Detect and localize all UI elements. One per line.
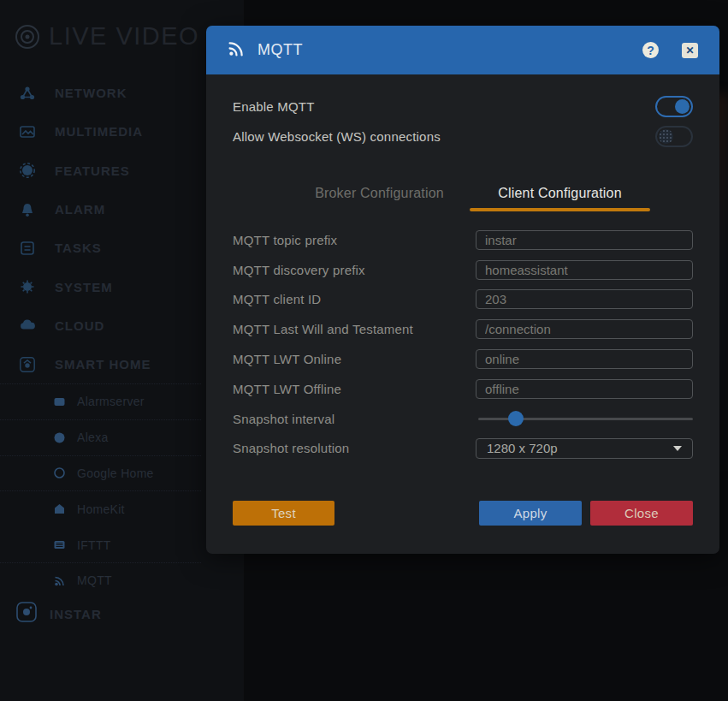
tab-client-configuration[interactable]: Client Configuration (470, 176, 650, 211)
field-row-discovery-prefix: MQTT discovery prefix (233, 255, 693, 285)
ifttt-icon (53, 538, 66, 551)
sidebar-item-instar[interactable]: INSTAR (0, 597, 259, 630)
field-row-snapshot-resolution: Snapshot resolution 1280 x 720p (233, 434, 693, 464)
smart-home-icon (19, 356, 36, 373)
snapshot-interval-slider[interactable] (478, 410, 693, 427)
field-row-lwt-online: MQTT LWT Online (233, 344, 693, 374)
toggle-knob (659, 129, 673, 144)
field-row-client-id: MQTT client ID (233, 285, 693, 315)
snapshot-resolution-select[interactable]: 1280 x 720p (476, 438, 693, 459)
sidebar-subitem-google-home[interactable]: Google Home (0, 455, 201, 491)
dialog-actions: Test Apply Close (233, 501, 693, 526)
alarmserver-icon (53, 395, 66, 408)
configuration-tabs: Broker Configuration Client Configuratio… (289, 176, 650, 211)
system-icon (19, 278, 36, 295)
mqtt-dialog: MQTT ? ✕ Enable MQTT Allow Websocket (WS… (206, 26, 719, 554)
google-home-icon (53, 466, 66, 479)
field-row-snapshot-interval: Snapshot interval (233, 404, 693, 434)
sidebar-subitem-alexa[interactable]: Alexa (0, 419, 201, 455)
app-window: LIVE VIDEO NETWORK MULTIMEDIA FEATURES (0, 0, 728, 701)
enable-mqtt-toggle[interactable] (655, 96, 693, 117)
sidebar-subitem-ifttt[interactable]: IFTTT (0, 526, 201, 562)
sidebar-subitem-mqtt[interactable]: MQTT (0, 562, 201, 598)
chevron-down-icon (673, 446, 682, 451)
mqtt-icon (53, 574, 66, 587)
close-dialog-button[interactable]: ✕ (682, 43, 698, 58)
mqtt-lwt-offline-input[interactable] (476, 379, 693, 399)
dialog-header: MQTT ? ✕ (206, 26, 719, 74)
enable-mqtt-label: Enable MQTT (233, 99, 315, 114)
mqtt-topic-prefix-input[interactable] (476, 230, 693, 250)
sidebar-subitem-alarmserver[interactable]: Alarmserver (0, 383, 201, 419)
selected-resolution: 1280 x 720p (487, 441, 558, 455)
field-row-last-will: MQTT Last Will and Testament (233, 314, 693, 344)
cloud-icon (19, 317, 36, 334)
help-button[interactable]: ? (642, 42, 659, 58)
homekit-icon (53, 502, 66, 515)
camera-lens-icon (14, 23, 41, 50)
close-button[interactable]: Close (590, 501, 693, 526)
enable-mqtt-row: Enable MQTT (233, 92, 693, 122)
instar-icon (15, 601, 38, 627)
features-icon (19, 162, 36, 179)
active-tab-indicator (470, 208, 650, 211)
dialog-title: MQTT (257, 41, 303, 59)
brand-title: LIVE VIDEO (49, 22, 199, 50)
websocket-toggle[interactable] (655, 126, 693, 147)
mqtt-lwt-online-input[interactable] (476, 349, 693, 369)
tab-broker-configuration[interactable]: Broker Configuration (289, 176, 470, 211)
field-row-lwt-offline: MQTT LWT Offline (233, 374, 693, 404)
dialog-body: Enable MQTT Allow Websocket (WS) connect… (206, 74, 719, 526)
multimedia-icon (19, 123, 36, 140)
tasks-icon (19, 240, 36, 257)
slider-knob[interactable] (508, 411, 524, 426)
dialog-header-actions: ? ✕ (642, 42, 698, 58)
live-video-header[interactable]: LIVE VIDEO (14, 22, 199, 50)
mqtt-broadcast-icon (228, 39, 246, 61)
field-row-topic-prefix: MQTT topic prefix (233, 225, 693, 255)
mqtt-discovery-prefix-input[interactable] (476, 260, 693, 280)
toggle-knob (675, 99, 690, 114)
alarm-icon (19, 201, 36, 218)
alexa-icon (53, 431, 66, 444)
mqtt-last-will-input[interactable] (476, 319, 693, 339)
sidebar-subitem-homekit[interactable]: HomeKit (0, 490, 201, 526)
websocket-row: Allow Websocket (WS) connections (233, 122, 693, 151)
apply-button[interactable]: Apply (479, 501, 582, 526)
test-button[interactable]: Test (233, 501, 334, 526)
network-icon (19, 85, 36, 102)
mqtt-client-id-input[interactable] (476, 289, 693, 309)
websocket-label: Allow Websocket (WS) connections (233, 129, 441, 144)
